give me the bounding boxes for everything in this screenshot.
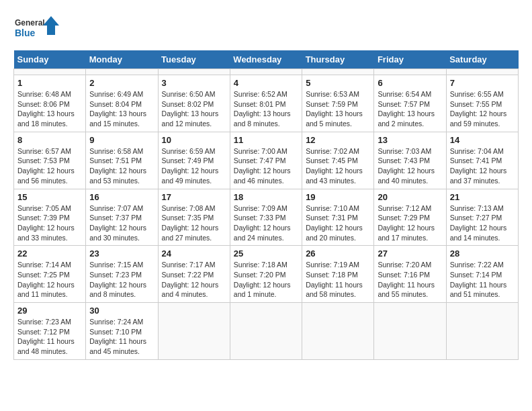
logo-svg: General Blue (13, 13, 60, 44)
day-detail: Sunrise: 6:58 AM Sunset: 7:51 PM Dayligh… (89, 146, 154, 186)
calendar-cell (230, 303, 302, 360)
day-detail: Sunrise: 6:52 AM Sunset: 8:01 PM Dayligh… (234, 89, 298, 129)
calendar-cell: 29Sunrise: 7:23 AM Sunset: 7:12 PM Dayli… (14, 303, 86, 360)
day-number: 25 (234, 248, 298, 259)
day-detail: Sunrise: 7:12 AM Sunset: 7:29 PM Dayligh… (378, 203, 442, 243)
header: General Blue (13, 13, 519, 44)
week-row-1 (14, 69, 519, 75)
calendar-cell: 6Sunrise: 6:54 AM Sunset: 7:57 PM Daylig… (374, 75, 446, 132)
calendar-cell: 10Sunrise: 6:59 AM Sunset: 7:49 PM Dayli… (158, 132, 230, 189)
calendar-cell: 7Sunrise: 6:55 AM Sunset: 7:55 PM Daylig… (446, 75, 518, 132)
calendar-cell: 27Sunrise: 7:20 AM Sunset: 7:16 PM Dayli… (374, 246, 446, 303)
week-row-5: 22Sunrise: 7:14 AM Sunset: 7:25 PM Dayli… (14, 246, 519, 303)
day-detail: Sunrise: 7:05 AM Sunset: 7:39 PM Dayligh… (17, 203, 82, 243)
calendar-cell: 2Sunrise: 6:49 AM Sunset: 8:04 PM Daylig… (86, 75, 158, 132)
calendar-cell: 20Sunrise: 7:12 AM Sunset: 7:29 PM Dayli… (374, 189, 446, 246)
calendar-cell: 14Sunrise: 7:04 AM Sunset: 7:41 PM Dayli… (446, 132, 518, 189)
day-number: 19 (306, 192, 370, 202)
calendar-cell (302, 69, 374, 75)
calendar-cell (374, 303, 446, 360)
calendar-cell: 21Sunrise: 7:13 AM Sunset: 7:27 PM Dayli… (446, 189, 518, 246)
day-number: 3 (162, 78, 226, 88)
day-number: 4 (234, 78, 298, 88)
calendar-cell: 24Sunrise: 7:17 AM Sunset: 7:22 PM Dayli… (158, 246, 230, 303)
col-header-sunday: Sunday (14, 50, 86, 69)
calendar-cell: 16Sunrise: 7:07 AM Sunset: 7:37 PM Dayli… (86, 189, 158, 246)
calendar-cell (158, 69, 230, 75)
col-header-monday: Monday (86, 50, 158, 69)
day-detail: Sunrise: 6:48 AM Sunset: 8:06 PM Dayligh… (17, 89, 82, 129)
day-number: 5 (306, 78, 370, 88)
logo: General Blue (13, 13, 60, 44)
calendar-cell: 23Sunrise: 7:15 AM Sunset: 7:23 PM Dayli… (86, 246, 158, 303)
day-detail: Sunrise: 6:55 AM Sunset: 7:55 PM Dayligh… (450, 89, 515, 129)
calendar-cell: 8Sunrise: 6:57 AM Sunset: 7:53 PM Daylig… (14, 132, 86, 189)
calendar-cell: 9Sunrise: 6:58 AM Sunset: 7:51 PM Daylig… (86, 132, 158, 189)
col-header-tuesday: Tuesday (158, 50, 230, 69)
week-row-4: 15Sunrise: 7:05 AM Sunset: 7:39 PM Dayli… (14, 189, 519, 246)
day-detail: Sunrise: 7:23 AM Sunset: 7:12 PM Dayligh… (17, 317, 82, 357)
day-detail: Sunrise: 7:14 AM Sunset: 7:25 PM Dayligh… (17, 260, 82, 300)
calendar-cell (86, 69, 158, 75)
day-detail: Sunrise: 7:09 AM Sunset: 7:33 PM Dayligh… (234, 203, 298, 243)
calendar-cell (374, 69, 446, 75)
calendar-cell: 13Sunrise: 7:03 AM Sunset: 7:43 PM Dayli… (374, 132, 446, 189)
day-detail: Sunrise: 6:50 AM Sunset: 8:02 PM Dayligh… (162, 89, 226, 129)
week-row-2: 1Sunrise: 6:48 AM Sunset: 8:06 PM Daylig… (14, 75, 519, 132)
calendar-cell (446, 69, 518, 75)
day-number: 13 (378, 135, 442, 145)
calendar-cell (446, 303, 518, 360)
calendar-cell (14, 69, 86, 75)
day-number: 27 (378, 248, 442, 259)
day-detail: Sunrise: 6:57 AM Sunset: 7:53 PM Dayligh… (17, 146, 82, 186)
calendar-cell (302, 303, 374, 360)
calendar-cell: 19Sunrise: 7:10 AM Sunset: 7:31 PM Dayli… (302, 189, 374, 246)
col-header-thursday: Thursday (302, 50, 374, 69)
calendar-cell: 3Sunrise: 6:50 AM Sunset: 8:02 PM Daylig… (158, 75, 230, 132)
day-detail: Sunrise: 7:19 AM Sunset: 7:18 PM Dayligh… (306, 260, 370, 300)
day-number: 15 (17, 192, 82, 202)
col-header-friday: Friday (374, 50, 446, 69)
calendar-cell: 12Sunrise: 7:02 AM Sunset: 7:45 PM Dayli… (302, 132, 374, 189)
day-number: 17 (162, 192, 226, 202)
day-number: 18 (234, 192, 298, 202)
calendar-cell: 5Sunrise: 6:53 AM Sunset: 7:59 PM Daylig… (302, 75, 374, 132)
day-number: 16 (89, 192, 154, 202)
calendar-cell: 15Sunrise: 7:05 AM Sunset: 7:39 PM Dayli… (14, 189, 86, 246)
day-detail: Sunrise: 7:04 AM Sunset: 7:41 PM Dayligh… (450, 146, 515, 186)
day-number: 8 (17, 135, 82, 145)
day-detail: Sunrise: 7:10 AM Sunset: 7:31 PM Dayligh… (306, 203, 370, 243)
day-detail: Sunrise: 7:20 AM Sunset: 7:16 PM Dayligh… (378, 260, 442, 300)
day-number: 6 (378, 78, 442, 88)
day-detail: Sunrise: 7:24 AM Sunset: 7:10 PM Dayligh… (89, 317, 154, 357)
day-detail: Sunrise: 7:08 AM Sunset: 7:35 PM Dayligh… (162, 203, 226, 243)
day-detail: Sunrise: 7:00 AM Sunset: 7:47 PM Dayligh… (234, 146, 298, 186)
day-number: 22 (17, 248, 82, 259)
day-detail: Sunrise: 7:17 AM Sunset: 7:22 PM Dayligh… (162, 260, 226, 300)
day-detail: Sunrise: 6:53 AM Sunset: 7:59 PM Dayligh… (306, 89, 370, 129)
day-number: 21 (450, 192, 515, 202)
calendar-cell: 30Sunrise: 7:24 AM Sunset: 7:10 PM Dayli… (86, 303, 158, 360)
day-number: 7 (450, 78, 515, 88)
day-detail: Sunrise: 7:03 AM Sunset: 7:43 PM Dayligh… (378, 146, 442, 186)
day-number: 24 (162, 248, 226, 259)
day-number: 9 (89, 135, 154, 145)
svg-text:General: General (15, 18, 45, 28)
header-row: SundayMondayTuesdayWednesdayThursdayFrid… (14, 50, 519, 69)
week-row-3: 8Sunrise: 6:57 AM Sunset: 7:53 PM Daylig… (14, 132, 519, 189)
calendar-cell: 11Sunrise: 7:00 AM Sunset: 7:47 PM Dayli… (230, 132, 302, 189)
col-header-saturday: Saturday (446, 50, 518, 69)
day-detail: Sunrise: 6:49 AM Sunset: 8:04 PM Dayligh… (89, 89, 154, 129)
calendar-cell: 22Sunrise: 7:14 AM Sunset: 7:25 PM Dayli… (14, 246, 86, 303)
day-detail: Sunrise: 7:18 AM Sunset: 7:20 PM Dayligh… (234, 260, 298, 300)
calendar-cell: 4Sunrise: 6:52 AM Sunset: 8:01 PM Daylig… (230, 75, 302, 132)
day-number: 1 (17, 78, 82, 88)
day-number: 29 (17, 306, 82, 316)
day-number: 11 (234, 135, 298, 145)
day-number: 20 (378, 192, 442, 202)
day-detail: Sunrise: 6:54 AM Sunset: 7:57 PM Dayligh… (378, 89, 442, 129)
week-row-6: 29Sunrise: 7:23 AM Sunset: 7:12 PM Dayli… (14, 303, 519, 360)
calendar-cell: 26Sunrise: 7:19 AM Sunset: 7:18 PM Dayli… (302, 246, 374, 303)
day-detail: Sunrise: 7:15 AM Sunset: 7:23 PM Dayligh… (89, 260, 154, 300)
day-number: 14 (450, 135, 515, 145)
